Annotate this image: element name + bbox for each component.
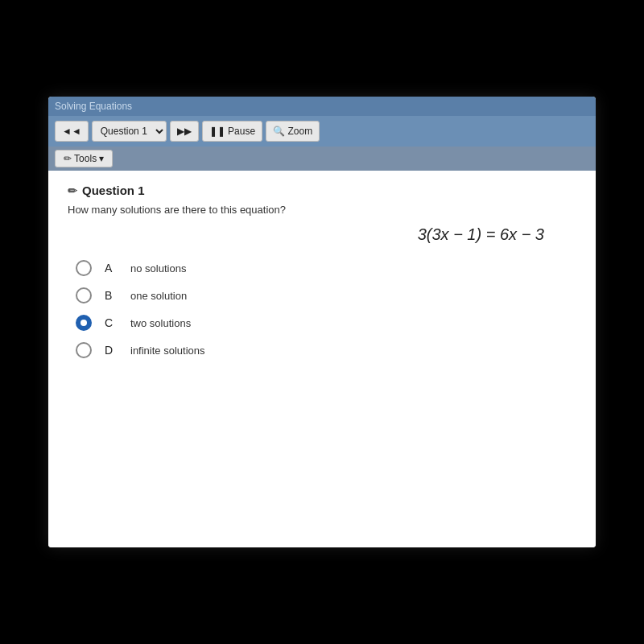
title-text: Solving Equations <box>55 101 132 112</box>
radio-c[interactable] <box>76 315 92 331</box>
answer-choices: A no solutions B one solution C two solu… <box>68 260 576 358</box>
toolbar: ◄◄ Question 1 ▶▶ ❚❚ Pause 🔍 Zoom <box>48 116 596 147</box>
tools-bar: ✏ Tools ▾ <box>48 147 596 171</box>
choice-label-b: one solution <box>130 290 187 302</box>
pause-button[interactable]: ❚❚ Pause <box>202 121 262 142</box>
choice-row-d: D infinite solutions <box>76 342 576 358</box>
choice-label-a: no solutions <box>130 262 186 275</box>
next-icon: ▶▶ <box>177 126 192 137</box>
zoom-label: 🔍 Zoom <box>273 126 312 137</box>
question-text: How many solutions are there to this equ… <box>68 204 576 216</box>
title-bar: Solving Equations <box>48 97 596 116</box>
choice-label-d: infinite solutions <box>130 345 205 357</box>
question-number: Question 1 <box>82 184 145 197</box>
choice-row-b: B one solution <box>76 287 576 303</box>
question-title: ✏ Question 1 <box>68 184 576 197</box>
radio-d[interactable] <box>76 342 92 358</box>
radio-b[interactable] <box>76 287 92 303</box>
zoom-button[interactable]: 🔍 Zoom <box>266 121 320 142</box>
choice-row-c: C two solutions <box>76 315 576 331</box>
app-window: Solving Equations ◄◄ Question 1 ▶▶ ❚❚ Pa… <box>48 97 596 547</box>
radio-a[interactable] <box>76 260 92 276</box>
next-button[interactable]: ▶▶ <box>170 121 199 142</box>
choice-row-a: A no solutions <box>76 260 576 276</box>
prev-icon: ◄◄ <box>62 126 81 137</box>
choice-letter-d: D <box>105 344 118 357</box>
choice-letter-c: C <box>105 316 118 329</box>
pencil-icon: ✏ <box>68 184 77 197</box>
tools-label: ✏ Tools ▾ <box>64 153 104 164</box>
question-select[interactable]: Question 1 <box>92 121 167 142</box>
equation-display: 3(3x − 1) = 6x − 3 <box>68 225 576 244</box>
tools-button[interactable]: ✏ Tools ▾ <box>55 150 113 167</box>
pause-label: ❚❚ Pause <box>209 126 255 137</box>
content-area: ✏ Question 1 How many solutions are ther… <box>48 171 596 547</box>
choice-letter-a: A <box>105 262 118 275</box>
choice-letter-b: B <box>105 289 118 302</box>
prev-button[interactable]: ◄◄ <box>55 121 89 142</box>
choice-label-c: two solutions <box>130 317 191 329</box>
equation-text: 3(3x − 1) = 6x − 3 <box>418 225 544 243</box>
